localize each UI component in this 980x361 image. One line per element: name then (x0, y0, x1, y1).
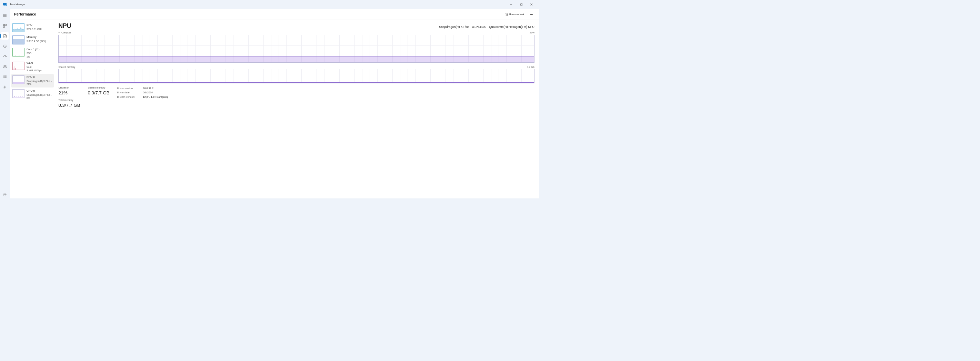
app-title: Task Manager (10, 3, 25, 6)
svg-marker-31 (13, 28, 24, 32)
app-icon (3, 3, 6, 6)
perf-item-sub: Snapdragon(R) X Plus - (27, 79, 52, 83)
page-title: Performance (14, 13, 36, 16)
driver-version-value: 30.0.31.2 (143, 87, 153, 91)
perf-item-disk[interactable]: Disk 0 (C:) SSD 1% (11, 46, 54, 60)
directx-value: 12 (FL 1.0 : Compute) (143, 95, 168, 100)
meta-table: Driver version: 30.0.31.2 Driver date: 5… (117, 87, 168, 108)
perf-item-label: Memory (27, 35, 46, 39)
close-button[interactable] (527, 1, 537, 8)
memory-thumb (13, 35, 24, 44)
perf-item-sub: Wi-Fi (27, 66, 42, 69)
shared-mem-value: 0.3/7.7 GB (88, 90, 109, 95)
maximize-button[interactable] (516, 1, 527, 8)
nav-startup[interactable] (1, 53, 9, 60)
wifi-thumb (13, 62, 24, 70)
svg-rect-1 (520, 4, 522, 6)
compute-graph-block: Compute 21% (58, 31, 535, 63)
nav-users[interactable] (1, 63, 9, 71)
perf-item-sub2: 8% (27, 97, 52, 100)
detail-title: NPU (58, 22, 71, 30)
svg-point-19 (3, 78, 4, 78)
svg-point-14 (5, 65, 6, 66)
perf-sidebar: CPU 39% 3.01 GHz Memory 9.8/15.4 GB (64%… (10, 20, 56, 198)
svg-point-17 (3, 77, 4, 77)
svg-point-13 (3, 65, 5, 66)
perf-item-npu[interactable]: NPU 0 Snapdragon(R) X Plus - 21% (11, 74, 54, 87)
perf-item-label: GPU 0 (27, 89, 52, 93)
shared-max: 7.7 GB (527, 66, 535, 68)
perf-item-sub2: 1% (27, 55, 40, 58)
chevron-down-icon (58, 32, 60, 34)
shared-graph (58, 69, 535, 83)
perf-item-sub2: S: 0 R: 0 Kbps (27, 69, 42, 72)
svg-point-22 (5, 194, 6, 195)
npu-thumb (13, 76, 24, 84)
nav-app-history[interactable] (1, 42, 9, 50)
compute-label: Compute (61, 31, 71, 34)
svg-rect-8 (5, 24, 6, 25)
total-mem-label: Total memory (58, 99, 80, 101)
svg-point-30 (532, 14, 533, 15)
perf-item-sub2: 21% (27, 83, 52, 86)
perf-item-label: Wi-Fi (27, 62, 42, 65)
nav-services[interactable] (1, 83, 9, 91)
compute-collapse[interactable]: Compute (58, 31, 71, 34)
ellipsis-icon (530, 14, 533, 15)
svg-point-21 (5, 87, 6, 87)
perf-item-wifi[interactable]: Wi-Fi Wi-Fi S: 0 R: 0 Kbps (11, 60, 54, 73)
more-options-button[interactable] (528, 11, 535, 18)
shared-label: Shared memory (58, 66, 75, 68)
utilization-label: Utilization (58, 87, 80, 89)
svg-line-12 (5, 56, 6, 57)
perf-item-sub: 39% 3.01 GHz (27, 28, 42, 31)
disk-thumb (13, 48, 24, 57)
device-name: Snapdragon(R) X Plus - X1P64100 - Qualco… (439, 25, 535, 28)
detail-pane: NPU Snapdragon(R) X Plus - X1P64100 - Qu… (56, 20, 539, 198)
nav-processes[interactable] (1, 22, 9, 30)
stats: Utilization 21% Total memory 0.3/7.7 GB … (58, 87, 535, 108)
perf-item-cpu[interactable]: CPU 39% 3.01 GHz (11, 22, 54, 34)
svg-point-29 (531, 14, 532, 15)
titlebar: Task Manager (0, 0, 539, 9)
perf-item-gpu[interactable]: GPU 0 Snapdragon(R) X Plus - 8% (11, 88, 54, 101)
run-task-icon (505, 13, 508, 16)
nav-settings[interactable] (1, 191, 9, 198)
content-header: Performance Run new task (10, 9, 539, 20)
perf-item-label: Disk 0 (C:) (27, 48, 40, 52)
svg-point-15 (3, 76, 4, 76)
perf-item-sub: SSD (27, 52, 40, 55)
hamburger-icon[interactable] (1, 12, 9, 19)
run-task-label: Run new task (509, 13, 524, 16)
nav-rail (0, 9, 10, 198)
utilization-value: 21% (58, 90, 80, 95)
compute-graph (58, 35, 535, 63)
nav-details[interactable] (1, 73, 9, 81)
perf-item-sub: 9.8/15.4 GB (64%) (27, 40, 46, 43)
perf-item-sub: Snapdragon(R) X Plus - (27, 93, 52, 97)
driver-date-value: 5/1/2024 (143, 90, 153, 95)
gpu-thumb (13, 89, 24, 98)
shared-graph-block: Shared memory 7.7 GB (58, 66, 535, 83)
driver-version-key: Driver version: (117, 87, 140, 91)
svg-rect-9 (3, 26, 5, 27)
minimize-button[interactable] (506, 1, 516, 8)
directx-key: DirectX version: (117, 95, 140, 100)
run-new-task-button[interactable]: Run new task (503, 12, 526, 17)
driver-date-key: Driver date: (117, 90, 140, 95)
svg-point-23 (3, 193, 6, 196)
svg-point-28 (530, 14, 531, 15)
svg-rect-10 (3, 35, 6, 38)
cpu-thumb (13, 24, 24, 32)
compute-max: 21% (530, 31, 535, 34)
perf-item-label: CPU (27, 24, 42, 27)
perf-item-label: NPU 0 (27, 76, 52, 79)
nav-performance[interactable] (1, 32, 9, 40)
shared-mem-label: Shared memory (88, 87, 109, 89)
svg-rect-7 (3, 24, 5, 25)
total-mem-value: 0.3/7.7 GB (58, 103, 80, 108)
perf-item-memory[interactable]: Memory 9.8/15.4 GB (64%) (11, 34, 54, 46)
window-controls (506, 1, 536, 8)
